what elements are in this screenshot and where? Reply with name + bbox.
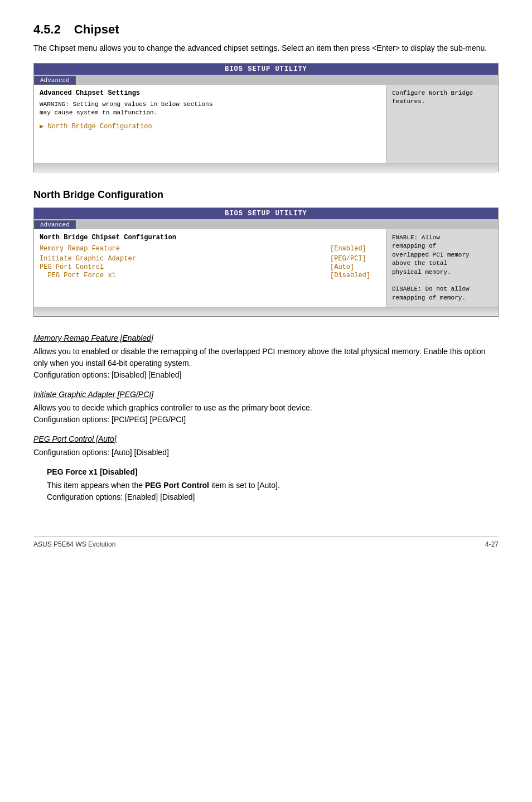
section-heading: 4.5.2 Chipset	[33, 22, 499, 37]
desc-text-peg-force-1: This item appears when the PEG Port Cont…	[47, 480, 499, 491]
bios-nb-row-1[interactable]: Initiate Graphic Adapter [PEG/PCI]	[40, 255, 380, 263]
desc-initiate-graphic: Initiate Graphic Adapter [PEG/PCI] Allow…	[33, 390, 499, 426]
desc-heading-peg-control: PEG Port Control [Auto]	[33, 434, 499, 443]
footer: ASUS P5E64 WS Evolution 4-27	[33, 537, 499, 548]
bios-right-1: Configure North Bridgefeatures.	[386, 85, 498, 163]
bios-nb-title: North Bridge Chipset Configuration	[40, 234, 380, 241]
footer-right: 4-27	[485, 540, 499, 548]
bios-nb-value-3: [Disabled]	[325, 272, 380, 279]
bios-nb-label-0: Memory Remap Feature	[40, 245, 325, 253]
bios-nb-row-0[interactable]: Memory Remap Feature [Enabled]	[40, 245, 380, 253]
bios-left-2: North Bridge Chipset Configuration Memor…	[34, 229, 386, 307]
footer-left: ASUS P5E64 WS Evolution	[33, 540, 115, 548]
bios-nb-label-1: Initiate Graphic Adapter	[40, 255, 325, 263]
bios-nb-value-0: [Enabled]	[325, 245, 380, 253]
bios-header-1: BIOS SETUP UTILITY	[34, 64, 498, 75]
section-number: 4.5.2	[33, 22, 61, 36]
bios-nb-value-1: [PEG/PCI]	[325, 255, 380, 263]
bios-content-1: Advanced Chipset Settings WARNING: Setti…	[34, 85, 498, 163]
desc-peg-port-control: PEG Port Control [Auto] Configuration op…	[33, 434, 499, 458]
desc-text-initiate-1: Allows you to decide which graphics cont…	[33, 402, 499, 414]
bios-wave-2	[34, 307, 498, 316]
bios-content-2: North Bridge Chipset Configuration Memor…	[34, 229, 498, 307]
desc-heading-peg-force: PEG Force x1 [Disabled]	[47, 467, 499, 476]
bios-box-2: BIOS SETUP UTILITY Advanced North Bridge…	[33, 207, 499, 317]
intro-paragraph: The Chipset menu allows you to change th…	[33, 42, 499, 54]
bios-header-2: BIOS SETUP UTILITY	[34, 208, 498, 219]
bios-nb-label-3: PEG Port Force x1	[40, 272, 325, 279]
desc-text-peg-control-1: Configuration options: [Auto] [Disabled]	[33, 447, 499, 458]
bios-box-1: BIOS SETUP UTILITY Advanced Advanced Chi…	[33, 63, 499, 172]
bios-left-1: Advanced Chipset Settings WARNING: Setti…	[34, 85, 386, 163]
bios-nb-label-2: PEG Port Control	[40, 263, 325, 271]
desc-heading-initiate-graphic: Initiate Graphic Adapter [PEG/PCI]	[33, 390, 499, 399]
desc-text-initiate-2: Configuration options: [PCI/PEG] [PEG/PC…	[33, 414, 499, 426]
bios-tab-advanced-2[interactable]: Advanced	[34, 220, 76, 229]
bios-right-text-1: Configure North Bridgefeatures.	[392, 89, 492, 107]
bios-tab-row-1: Advanced	[34, 75, 498, 85]
bios-tab-advanced-1[interactable]: Advanced	[34, 76, 76, 85]
desc-peg-force-x1: PEG Force x1 [Disabled] This item appear…	[47, 467, 499, 503]
bios-left-title-1: Advanced Chipset Settings	[40, 89, 380, 97]
section-title: Chipset	[74, 22, 119, 36]
desc-text-memory-remap-2: Configuration options: [Disabled] [Enabl…	[33, 369, 499, 381]
desc-text-peg-force-2: Configuration options: [Enabled] [Disabl…	[47, 491, 499, 503]
bios-nb-row-3[interactable]: PEG Port Force x1 [Disabled]	[40, 272, 380, 279]
bios-nb-row-2[interactable]: PEG Port Control [Auto]	[40, 263, 380, 271]
bios-tab-row-2: Advanced	[34, 219, 498, 229]
desc-heading-memory-remap: Memory Remap Feature [Enabled]	[33, 334, 499, 342]
desc-text-memory-remap-1: Allows you to enabled or disable the rem…	[33, 346, 499, 369]
bios-warning: WARNING: Setting wrong values in below s…	[40, 100, 380, 118]
bios-right-text-2: ENABLE: Allow remapping of overlapped PC…	[392, 234, 492, 302]
bios-item-north-bridge[interactable]: ▶ North Bridge Configuration	[40, 122, 380, 131]
bios-nb-value-2: [Auto]	[325, 263, 380, 271]
desc-memory-remap: Memory Remap Feature [Enabled] Allows yo…	[33, 334, 499, 381]
bios-wave-1	[34, 163, 498, 172]
north-bridge-title: North Bridge Configuration	[33, 189, 499, 201]
bios-right-2: ENABLE: Allow remapping of overlapped PC…	[386, 229, 498, 307]
